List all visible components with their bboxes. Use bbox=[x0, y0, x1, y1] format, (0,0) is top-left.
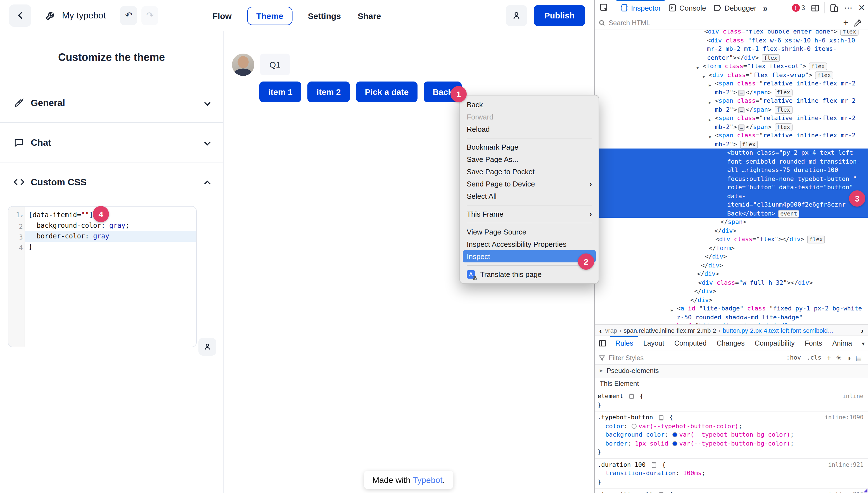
undo-button[interactable]: ↶ bbox=[120, 6, 137, 25]
node-badge[interactable]: flex bbox=[774, 106, 792, 114]
section-general[interactable]: General bbox=[0, 83, 223, 122]
css-declaration[interactable]: border: 1px solid var(--typebot-button-b… bbox=[598, 439, 864, 448]
color-swatch-icon[interactable] bbox=[632, 424, 637, 429]
section-chat[interactable]: Chat bbox=[0, 122, 223, 162]
node-badge[interactable]: flex bbox=[762, 54, 780, 62]
panel-tab-fonts[interactable]: Fonts bbox=[800, 336, 827, 351]
breadcrumb-item[interactable]: vrap bbox=[605, 327, 617, 334]
highlight-target-icon[interactable] bbox=[629, 394, 634, 399]
panel-tab-compatibility[interactable]: Compatibility bbox=[749, 336, 800, 351]
light-scheme-icon[interactable]: ☀ bbox=[834, 354, 844, 362]
tab-share[interactable]: Share bbox=[357, 7, 382, 24]
highlight-target-icon[interactable] bbox=[659, 415, 663, 420]
rule-selector-line[interactable]: inline:916.transition-all { bbox=[598, 490, 864, 493]
tabs-dropdown-icon[interactable]: ▾ bbox=[859, 340, 868, 346]
redo-button[interactable]: ↷ bbox=[142, 6, 159, 25]
eyedropper-icon[interactable] bbox=[851, 19, 864, 26]
sidebar-toggle-icon[interactable] bbox=[595, 340, 610, 347]
breadcrumb-prev-icon[interactable]: ‹ bbox=[597, 326, 604, 335]
color-swatch-icon[interactable] bbox=[672, 441, 678, 446]
twisty-icon[interactable]: ▶ bbox=[709, 99, 711, 107]
code-line[interactable]: border-color: gray bbox=[25, 231, 196, 242]
collapsed-ellipsis[interactable]: … bbox=[738, 90, 745, 96]
choice-button-item-2[interactable]: item 2 bbox=[308, 82, 350, 102]
tree-node[interactable]: <div class="flex"></div>flex bbox=[595, 235, 868, 244]
menu-item-back[interactable]: Back bbox=[460, 98, 599, 110]
tree-node[interactable]: </form> bbox=[595, 244, 868, 252]
menu-item-save-page-as-[interactable]: Save Page As... bbox=[460, 153, 599, 165]
twisty-icon[interactable]: ▼ bbox=[709, 133, 711, 142]
panel-tab-layout[interactable]: Layout bbox=[638, 336, 669, 351]
close-devtools-icon[interactable]: ✕ bbox=[855, 3, 868, 13]
tab-flow[interactable]: Flow bbox=[211, 7, 233, 24]
tab-theme[interactable]: Theme bbox=[247, 6, 292, 25]
tree-node[interactable]: ▶<a id="lite-badge" class="fixed py-1 px… bbox=[595, 304, 868, 324]
class-toggle[interactable]: .cls bbox=[804, 354, 824, 361]
menu-item-this-frame[interactable]: This Frame› bbox=[460, 208, 599, 220]
typebot-link[interactable]: Typebot bbox=[413, 475, 443, 485]
choice-button-pick-a-date[interactable]: Pick a date bbox=[356, 82, 418, 102]
tree-node[interactable]: </div> bbox=[595, 296, 868, 304]
made-with-badge[interactable]: Made with Typebot. bbox=[364, 471, 453, 489]
add-rule-icon[interactable]: + bbox=[824, 353, 834, 362]
tree-node[interactable]: ▼<span class="relative inline-flex mr-2 … bbox=[595, 131, 868, 149]
split-console-icon[interactable] bbox=[808, 4, 823, 12]
collaborators-button[interactable] bbox=[506, 5, 527, 26]
breadcrumb-next-icon[interactable]: › bbox=[859, 326, 866, 335]
search-html-bar[interactable]: Search HTML + bbox=[595, 16, 868, 30]
panel-tab-computed[interactable]: Computed bbox=[669, 336, 711, 351]
rule-source-link[interactable]: inline bbox=[842, 392, 864, 401]
node-badge[interactable]: flex bbox=[774, 123, 792, 131]
choice-button-item-1[interactable]: item 1 bbox=[259, 82, 302, 102]
node-badge[interactable]: event bbox=[778, 210, 799, 217]
editor-code[interactable]: [data-itemid=""] { background-color: gra… bbox=[25, 207, 196, 347]
code-line[interactable]: [data-itemid=""] { bbox=[25, 210, 196, 220]
tab-settings[interactable]: Settings bbox=[307, 7, 342, 24]
menu-item-view-page-source[interactable]: View Page Source bbox=[460, 226, 599, 238]
panel-tab-rules[interactable]: Rules bbox=[610, 336, 638, 351]
tree-node[interactable]: ▶<span class="relative inline-flex mr-2 … bbox=[595, 97, 868, 114]
code-line[interactable]: } bbox=[25, 242, 196, 252]
tree-node[interactable]: <div class="w-full h-32"></div> bbox=[595, 278, 868, 287]
tree-node[interactable]: ▶<span class="relative inline-flex mr-2 … bbox=[595, 79, 868, 97]
rule-source-link[interactable]: inline:1090 bbox=[825, 413, 864, 422]
color-swatch-icon[interactable] bbox=[672, 432, 678, 437]
fold-icon[interactable]: ∨ bbox=[21, 214, 23, 218]
menu-item-select-all[interactable]: Select All bbox=[460, 190, 599, 202]
preview-avatar-button[interactable] bbox=[198, 338, 216, 356]
rule-source-link[interactable]: inline:921 bbox=[828, 460, 864, 469]
tree-node[interactable]: </div> bbox=[595, 252, 868, 261]
tree-node[interactable]: ▼<div class="flex flex-wrap">flex bbox=[595, 71, 868, 79]
css-declaration[interactable]: transition-duration: 100ms; bbox=[598, 469, 864, 478]
selected-tree-node[interactable]: <button class="py-2 px-4 text-left font-… bbox=[595, 149, 868, 218]
more-tools-icon[interactable]: » bbox=[761, 3, 771, 13]
dark-scheme-icon[interactable]: ◑ bbox=[844, 353, 853, 362]
rule-selector-line[interactable]: inlineelement { bbox=[598, 392, 864, 401]
rule-source-link[interactable]: inline:916 bbox=[828, 490, 864, 493]
filter-styles-bar[interactable]: Filter Styles :hov .cls + ☀ ◑ ▤ bbox=[595, 351, 868, 365]
tree-node[interactable]: <div class="flex bubble enter done">flex bbox=[595, 30, 868, 36]
twisty-icon[interactable]: ▶ bbox=[709, 116, 711, 125]
panel-tab-changes[interactable]: Changes bbox=[711, 336, 749, 351]
breadcrumb-item[interactable]: button.py-2.px-4.text-left.font-semibold… bbox=[723, 327, 834, 334]
tree-node[interactable]: </div> bbox=[595, 270, 868, 278]
menu-item-bookmark-page[interactable]: Bookmark Page bbox=[460, 141, 599, 153]
node-badge[interactable]: flex bbox=[809, 63, 827, 70]
twisty-icon[interactable]: ▶ bbox=[709, 82, 711, 90]
rule-selector-line[interactable]: inline:921.duration-100 { bbox=[598, 460, 864, 469]
tree-node[interactable]: </div> bbox=[595, 227, 868, 235]
back-button[interactable] bbox=[9, 4, 31, 26]
node-badge[interactable]: flex bbox=[815, 71, 833, 79]
highlight-target-icon[interactable] bbox=[651, 463, 656, 467]
error-badge-icon[interactable]: ! bbox=[792, 4, 800, 12]
rule-selector-line[interactable]: inline:1090.typebot-button { bbox=[598, 413, 864, 422]
add-node-icon[interactable]: + bbox=[840, 18, 851, 28]
devtools-tab-console[interactable]: Console bbox=[665, 0, 710, 16]
node-badge[interactable]: flex bbox=[774, 88, 792, 96]
breadcrumb-item[interactable]: span.relative.inline-flex.mr-2.mb-2 bbox=[624, 327, 716, 334]
tree-node[interactable]: </div> bbox=[595, 261, 868, 270]
panel-tab-anima[interactable]: Anima bbox=[827, 336, 857, 351]
menu-item-send-page-to-device[interactable]: Send Page to Device› bbox=[460, 177, 599, 190]
menu-item-translate-this-page[interactable]: ATranslate this page bbox=[460, 268, 599, 280]
pseudo-elements-section[interactable]: ▶ Pseudo-elements bbox=[595, 365, 868, 378]
